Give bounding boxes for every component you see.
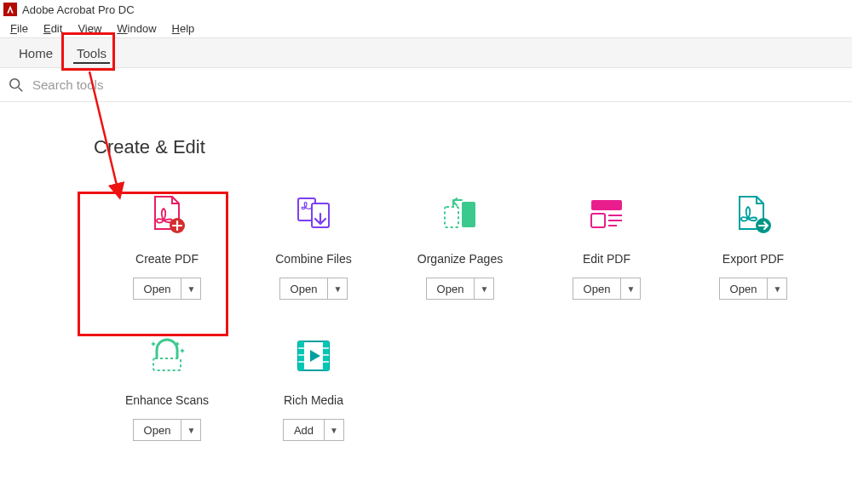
menu-window[interactable]: Window bbox=[110, 20, 163, 37]
tool-export-pdf[interactable]: Export PDF Open ▼ bbox=[680, 192, 826, 300]
svg-point-0 bbox=[10, 78, 20, 88]
add-button-label[interactable]: Add bbox=[284, 420, 325, 440]
tool-label: Edit PDF bbox=[583, 252, 630, 266]
export-pdf-icon bbox=[731, 192, 775, 237]
menu-bar: File Edit View Window Help bbox=[0, 19, 852, 37]
chevron-down-icon[interactable]: ▼ bbox=[475, 278, 493, 299]
svg-rect-15 bbox=[298, 341, 304, 370]
create-pdf-icon bbox=[145, 192, 189, 237]
tool-add-button[interactable]: Add ▼ bbox=[283, 419, 344, 441]
open-button-label[interactable]: Open bbox=[573, 278, 622, 299]
tool-open-button[interactable]: Open ▼ bbox=[573, 278, 642, 300]
menu-file[interactable]: File bbox=[3, 20, 35, 37]
svg-rect-13 bbox=[153, 358, 181, 370]
window-title: Adobe Acrobat Pro DC bbox=[22, 3, 135, 16]
chevron-down-icon[interactable]: ▼ bbox=[325, 420, 343, 440]
open-button-label[interactable]: Open bbox=[427, 278, 475, 299]
search-input[interactable] bbox=[32, 77, 288, 92]
search-icon bbox=[9, 77, 24, 93]
tool-open-button[interactable]: Open ▼ bbox=[133, 278, 202, 300]
title-bar: Adobe Acrobat Pro DC bbox=[0, 0, 852, 19]
chevron-down-icon[interactable]: ▼ bbox=[181, 420, 200, 440]
tool-combine-files[interactable]: Combine Files Open ▼ bbox=[240, 192, 387, 300]
tool-label: Export PDF bbox=[722, 252, 784, 266]
tool-label: Organize Pages bbox=[417, 252, 503, 266]
tool-open-button[interactable]: Open ▼ bbox=[719, 278, 788, 300]
enhance-scans-icon bbox=[145, 334, 189, 378]
nav-tabs: Home Tools bbox=[0, 37, 852, 68]
combine-files-icon bbox=[291, 192, 336, 237]
chevron-down-icon[interactable]: ▼ bbox=[621, 278, 640, 299]
menu-help[interactable]: Help bbox=[165, 20, 202, 37]
chevron-down-icon[interactable]: ▼ bbox=[181, 278, 200, 299]
tools-content: Create & Edit Create PDF Open ▼ bbox=[0, 102, 852, 475]
menu-view[interactable]: View bbox=[71, 20, 108, 37]
chevron-down-icon[interactable]: ▼ bbox=[768, 278, 786, 299]
svg-rect-8 bbox=[591, 214, 605, 227]
rich-media-icon bbox=[291, 334, 336, 378]
menu-edit[interactable]: Edit bbox=[37, 20, 69, 37]
svg-rect-7 bbox=[591, 200, 622, 210]
tool-rich-media[interactable]: Rich Media Add ▼ bbox=[240, 334, 387, 441]
open-button-label[interactable]: Open bbox=[134, 278, 182, 299]
tool-open-button[interactable]: Open ▼ bbox=[133, 419, 202, 441]
open-button-label[interactable]: Open bbox=[280, 278, 329, 299]
tab-home[interactable]: Home bbox=[7, 39, 65, 67]
tab-tools[interactable]: Tools bbox=[65, 39, 118, 67]
svg-rect-5 bbox=[462, 202, 475, 227]
open-button-label[interactable]: Open bbox=[134, 420, 182, 440]
tool-label: Enhance Scans bbox=[125, 393, 209, 407]
edit-pdf-icon bbox=[584, 192, 629, 237]
tool-label: Rich Media bbox=[284, 393, 343, 407]
svg-rect-16 bbox=[323, 341, 329, 370]
svg-line-1 bbox=[19, 87, 23, 91]
tool-organize-pages[interactable]: Organize Pages Open ▼ bbox=[387, 192, 533, 300]
chevron-down-icon[interactable]: ▼ bbox=[328, 278, 347, 299]
acrobat-logo-icon bbox=[3, 3, 17, 16]
tool-enhance-scans[interactable]: Enhance Scans Open ▼ bbox=[94, 334, 240, 441]
organize-pages-icon bbox=[438, 192, 482, 237]
svg-rect-6 bbox=[445, 207, 458, 227]
tools-grid: Create PDF Open ▼ Combine Files Open ▼ bbox=[94, 192, 843, 475]
section-title: Create & Edit bbox=[94, 136, 852, 158]
tool-edit-pdf[interactable]: Edit PDF Open ▼ bbox=[533, 192, 680, 300]
tool-label: Combine Files bbox=[275, 252, 351, 266]
tool-open-button[interactable]: Open ▼ bbox=[279, 278, 348, 300]
tool-open-button[interactable]: Open ▼ bbox=[426, 278, 495, 300]
open-button-label[interactable]: Open bbox=[720, 278, 769, 299]
tool-create-pdf[interactable]: Create PDF Open ▼ bbox=[94, 192, 240, 300]
tool-label: Create PDF bbox=[135, 252, 199, 266]
search-bar bbox=[0, 68, 852, 102]
